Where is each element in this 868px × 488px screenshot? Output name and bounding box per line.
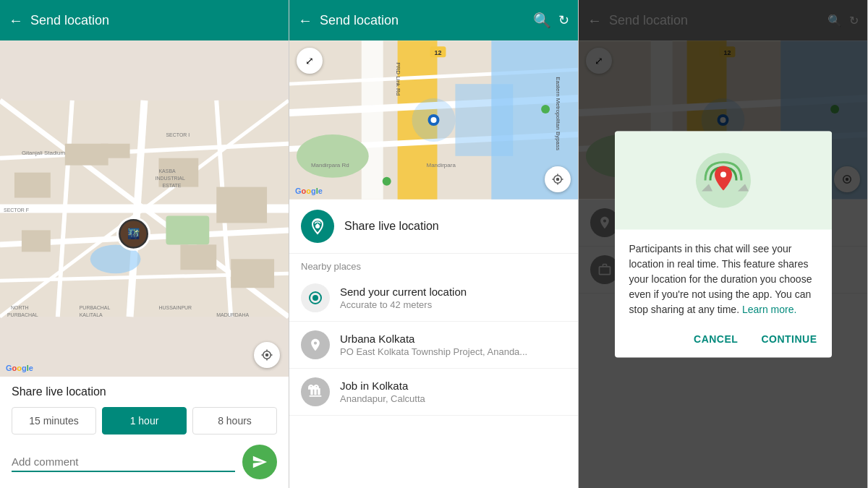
header-2: ← Send location 🔍 ↻ [289,0,578,40]
svg-text:SECTOR I: SECTOR I [166,132,190,137]
dialog-actions: CANCEL CONTINUE [615,322,832,357]
header-title-2: Send location [320,13,526,28]
current-location-row[interactable]: Send your current location Accurate to 4… [289,275,578,322]
svg-point-45 [297,134,369,178]
svg-point-60 [317,223,318,225]
job-icon [301,377,330,406]
map-area-1: Gitanjali Stadium SECTOR I KASBA INDUSTR… [0,40,289,377]
current-location-info: Send your current location Accurate to 4… [340,286,467,310]
svg-text:PURBACHAL: PURBACHAL [80,305,111,310]
current-location-icon [301,283,330,312]
svg-text:Mandirpara: Mandirpara [427,162,456,168]
map-svg-1: Gitanjali Stadium SECTOR I KASBA INDUSTR… [0,40,289,377]
svg-point-53 [383,177,391,186]
job-name: Job in Kolkata [340,380,425,392]
svg-text:12: 12 [434,49,441,56]
job-info: Job in Kolkata Anandapur, Calcutta [340,380,425,404]
svg-rect-12 [14,173,51,198]
svg-text:PRD Link Rd: PRD Link Rd [395,62,401,95]
panel-2: ← Send location 🔍 ↻ PRD Link Rd Eastern … [289,0,579,488]
svg-text:Gitanjali Stadium: Gitanjali Stadium [22,150,66,156]
learn-more-link[interactable]: Learn more. [742,303,796,314]
svg-text:NORTH: NORTH [11,305,29,310]
svg-point-57 [556,178,560,181]
comment-row [12,445,277,479]
panel-1: ← Send location [0,0,289,488]
bottom-sheet-1: Share live location 15 minutes 1 hour 8 … [0,377,289,488]
svg-text:PURBACHAL: PURBACHAL [7,312,38,317]
svg-rect-39 [362,40,383,199]
cancel-button[interactable]: CANCEL [688,328,744,348]
svg-text:INDUSTRIAL: INDUSTRIAL [155,176,185,181]
svg-text:HUSSAINPUR: HUSSAINPUR [158,305,192,310]
send-button[interactable] [242,445,277,479]
svg-rect-16 [22,230,51,252]
job-kolkata-row[interactable]: Job in Kolkata Anandapur, Calcutta [289,369,578,416]
dialog-text: Participants in this chat will see your … [629,241,817,317]
urbana-info: Urbana Kolkata PO East Kolkata Township … [340,333,527,357]
live-location-svg [694,151,752,209]
svg-text:KALITALA: KALITALA [80,312,103,317]
svg-text:SECTOR F: SECTOR F [4,207,29,213]
svg-point-54 [541,105,550,114]
dialog-body: Participants in this chat will see your … [615,229,832,322]
locate-button-1[interactable] [254,342,280,368]
share-live-row[interactable]: Share live location [289,200,578,254]
urbana-kolkata-row[interactable]: Urbana Kolkata PO East Kolkata Township … [289,322,578,369]
svg-text:Eastern Metropolitan Bypass: Eastern Metropolitan Bypass [555,77,561,150]
header-1: ← Send location [0,0,289,40]
job-addr: Anandapur, Calcutta [340,393,425,404]
time-btn-15min[interactable]: 15 minutes [12,407,96,435]
urbana-addr: PO East Kolkata Township Project, Ananda… [340,346,527,357]
live-location-dialog: Participants in this chat will see your … [615,131,832,357]
time-btn-1hour[interactable]: 1 hour [102,407,187,435]
share-live-icon [301,210,334,243]
urbana-icon [301,330,330,359]
svg-text:KASBA: KASBA [158,168,176,174]
panel-3: ← Send location 🔍 ↻ 12 ⤢ [579,0,868,488]
svg-text:Mandirpara Rd: Mandirpara Rd [311,162,349,168]
google-logo-1: Google [6,364,33,372]
svg-text:MADURDAHA: MADURDAHA [216,312,249,317]
svg-rect-10 [166,215,209,244]
dialog-illustration [615,131,832,229]
map-area-2: PRD Link Rd Eastern Metropolitan Bypass … [289,40,578,200]
share-live-label: Share live location [344,220,439,233]
nearby-section-label: Nearby places [289,254,578,275]
back-button-2[interactable]: ← [298,12,312,29]
svg-rect-19 [231,259,274,288]
svg-rect-15 [216,187,267,223]
locate-button-2[interactable] [545,166,571,192]
svg-point-52 [431,117,437,123]
search-icon-2[interactable]: 🔍 [533,12,551,29]
svg-text:🌃: 🌃 [127,228,140,240]
svg-point-78 [720,171,726,177]
svg-rect-18 [180,244,216,270]
time-btn-8hours[interactable]: 8 hours [192,407,277,435]
continue-button[interactable]: CONTINUE [755,328,822,348]
urbana-name: Urbana Kolkata [340,333,527,345]
share-live-title: Share live location [12,385,277,398]
svg-rect-17 [101,144,130,158]
expand-button-2[interactable]: ⤢ [297,48,323,74]
time-buttons: 15 minutes 1 hour 8 hours [12,407,277,435]
svg-point-35 [265,354,269,357]
header-title-1: Send location [30,13,280,28]
comment-input[interactable] [12,453,235,472]
current-location-addr: Accurate to 42 meters [340,299,467,310]
svg-text:ESTATE: ESTATE [162,183,181,188]
map-svg-2: PRD Link Rd Eastern Metropolitan Bypass … [289,40,578,200]
svg-rect-44 [455,84,513,156]
current-location-name: Send your current location [340,286,467,298]
list-area-2: Share live location Nearby places Send y… [289,200,578,416]
refresh-icon-2[interactable]: ↻ [558,12,569,28]
google-logo-2: Google [295,187,323,195]
back-button-1[interactable]: ← [9,12,23,29]
